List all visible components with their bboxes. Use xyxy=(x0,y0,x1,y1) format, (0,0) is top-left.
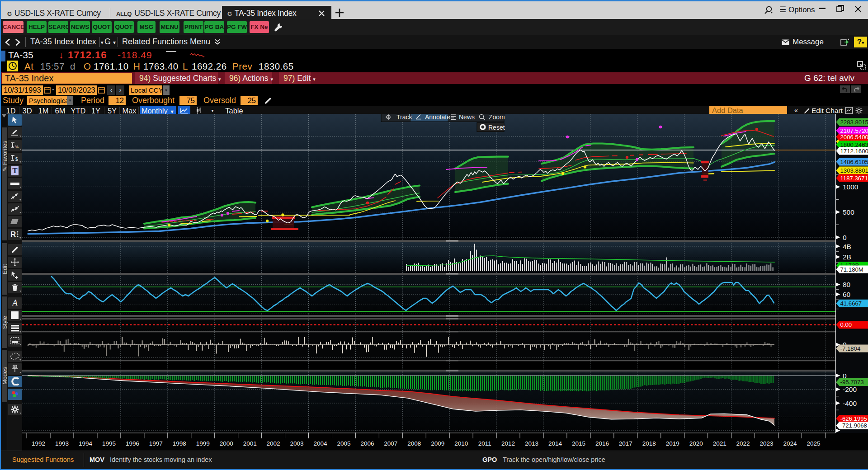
svg-text:-7.1804: -7.1804 xyxy=(840,345,861,352)
svg-text:Reset: Reset xyxy=(488,124,505,131)
svg-text:41.6667: 41.6667 xyxy=(840,300,862,307)
svg-text:2002: 2002 xyxy=(267,440,280,447)
svg-text:2018: 2018 xyxy=(642,440,656,447)
svg-text:2019: 2019 xyxy=(666,440,679,447)
svg-text:0.00: 0.00 xyxy=(840,321,852,328)
svg-text:2007: 2007 xyxy=(384,440,397,447)
svg-text:1712.1600: 1712.1600 xyxy=(840,148,868,155)
svg-text:2B: 2B xyxy=(843,253,851,261)
svg-text:2024: 2024 xyxy=(783,440,797,447)
svg-text:1303.8801: 1303.8801 xyxy=(840,167,868,174)
svg-text:2021: 2021 xyxy=(713,440,726,447)
svg-text:1486.6105: 1486.6105 xyxy=(840,159,868,165)
svg-text:1995: 1995 xyxy=(102,440,116,447)
svg-text:1800.2463: 1800.2463 xyxy=(840,141,868,148)
svg-text:2283.8015: 2283.8015 xyxy=(840,119,868,126)
svg-text:2016: 2016 xyxy=(595,440,609,447)
svg-text:2006.5400: 2006.5400 xyxy=(840,134,868,141)
svg-text:2010: 2010 xyxy=(454,440,468,447)
svg-text:500: 500 xyxy=(843,208,854,216)
svg-text:Track: Track xyxy=(396,114,412,121)
svg-text:2017: 2017 xyxy=(619,440,632,447)
svg-text:2000: 2000 xyxy=(220,440,233,447)
svg-text:2012: 2012 xyxy=(501,440,515,447)
svg-text:2107.5720: 2107.5720 xyxy=(840,127,868,134)
svg-text:1993: 1993 xyxy=(55,440,69,447)
svg-text:1997: 1997 xyxy=(149,440,163,447)
svg-text:4B: 4B xyxy=(843,243,851,250)
svg-text:2015: 2015 xyxy=(572,440,585,447)
svg-text:2001: 2001 xyxy=(243,440,257,447)
svg-text:1992: 1992 xyxy=(32,440,45,447)
svg-text:1999: 1999 xyxy=(196,440,210,447)
svg-text:-721.9068: -721.9068 xyxy=(840,422,867,429)
svg-text:80: 80 xyxy=(843,281,851,288)
svg-text:%: % xyxy=(15,145,19,149)
svg-text:R: R xyxy=(10,230,16,238)
svg-text:News: News xyxy=(459,114,475,121)
svg-text:2003: 2003 xyxy=(290,440,304,447)
svg-text:0: 0 xyxy=(843,372,847,380)
svg-text:2023: 2023 xyxy=(760,440,774,447)
svg-text:2014: 2014 xyxy=(548,440,562,447)
svg-text:Zoom: Zoom xyxy=(489,114,505,121)
svg-text:1996: 1996 xyxy=(126,440,139,447)
svg-text:2025: 2025 xyxy=(807,440,820,447)
svg-text:2011: 2011 xyxy=(478,440,491,447)
svg-text:1998: 1998 xyxy=(173,440,186,447)
svg-text:-95.7073: -95.7073 xyxy=(840,379,864,385)
svg-text:-626.1995: -626.1995 xyxy=(840,415,867,422)
svg-text:$: $ xyxy=(15,157,18,162)
svg-text:2005: 2005 xyxy=(337,440,350,447)
svg-text:2013: 2013 xyxy=(525,440,538,447)
svg-text:2006: 2006 xyxy=(360,440,374,447)
svg-text:-200: -200 xyxy=(843,385,857,393)
svg-text:0: 0 xyxy=(843,234,847,241)
svg-text:1994: 1994 xyxy=(79,440,93,447)
svg-text:-400: -400 xyxy=(843,400,857,407)
svg-text:2004: 2004 xyxy=(313,440,327,447)
svg-text:60: 60 xyxy=(843,291,851,298)
svg-text:2009: 2009 xyxy=(431,440,444,447)
svg-text:Annotate: Annotate xyxy=(425,114,450,121)
svg-text:2020: 2020 xyxy=(689,440,703,447)
svg-text:2022: 2022 xyxy=(736,440,750,447)
svg-text:71.180M: 71.180M xyxy=(840,266,863,273)
svg-text:2008: 2008 xyxy=(407,440,421,447)
svg-text:1000: 1000 xyxy=(843,183,859,191)
svg-text:1187.3671: 1187.3671 xyxy=(840,175,868,182)
